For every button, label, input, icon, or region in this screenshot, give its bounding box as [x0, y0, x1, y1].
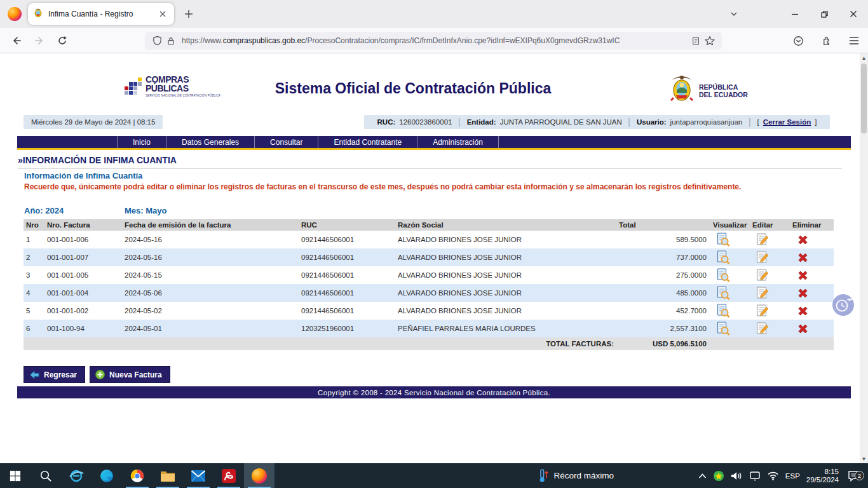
ecuador-coat-of-arms-icon: [668, 74, 696, 107]
acrobat-button[interactable]: [214, 463, 244, 488]
hamburger-menu-icon[interactable]: [844, 30, 864, 51]
scroll-up-icon[interactable]: ▲: [860, 53, 868, 62]
eliminar-button[interactable]: [795, 303, 810, 318]
reload-button[interactable]: [52, 30, 72, 51]
firefox-app-button[interactable]: [4, 3, 25, 25]
editar-button[interactable]: [755, 268, 770, 283]
document-magnifier-icon: [716, 304, 730, 318]
minimize-button[interactable]: [780, 1, 810, 27]
nav-item-administracion[interactable]: Administración: [417, 136, 499, 148]
nueva-factura-button[interactable]: Nueva Factura: [90, 366, 170, 383]
total-value: USD 5,096.5100: [616, 340, 710, 348]
thermometer-icon: [538, 469, 548, 483]
floating-clock-widget[interactable]: [831, 293, 855, 317]
visualizar-button[interactable]: [715, 250, 731, 265]
scroll-down-icon[interactable]: ▼: [860, 454, 868, 463]
visualizar-button[interactable]: [715, 268, 731, 283]
url-bar[interactable]: https://www.compraspublicas.gob.ec/Proce…: [145, 32, 722, 50]
eliminar-button[interactable]: [795, 285, 810, 301]
nav-item-consultar[interactable]: Consultar: [255, 136, 318, 148]
reader-view-icon[interactable]: [689, 34, 703, 48]
browser-tab[interactable]: Infima Cuantía - Registro: [28, 3, 174, 25]
nav-item-entidad-contratante[interactable]: Entidad Contratante: [318, 136, 417, 148]
editar-button[interactable]: [755, 303, 770, 318]
chrome-button[interactable]: [122, 463, 153, 488]
eliminar-button[interactable]: [795, 321, 810, 336]
language-indicator[interactable]: ESP: [785, 472, 800, 480]
invoice-row: 6001-100-942024-05-011203251960001PEÑAFI…: [24, 320, 834, 337]
ruc-value: 1260023860001: [399, 118, 452, 126]
restore-button[interactable]: [810, 1, 839, 27]
tracking-shield-icon[interactable]: [150, 34, 164, 48]
warning-text: Recuerde que, únicamente podrá editar o …: [24, 182, 787, 192]
visualizar-button[interactable]: [715, 285, 731, 301]
editar-button[interactable]: [755, 232, 770, 247]
cell-ruc: 0921446506001: [299, 289, 395, 297]
eliminar-button[interactable]: [795, 268, 810, 283]
antivirus-icon[interactable]: [713, 470, 724, 482]
document-pencil-icon: [756, 233, 770, 247]
invoice-row: 5001-001-0022024-05-020921446506001ALVAR…: [24, 302, 834, 320]
cell-fecha: 2024-05-16: [122, 236, 299, 243]
cell-fecha: 2024-05-01: [122, 325, 299, 332]
red-x-icon: [797, 234, 809, 246]
taskbar-clock[interactable]: 8:15 29/5/2024: [806, 468, 839, 484]
tab-title: Infima Cuantía - Registro: [48, 10, 156, 18]
forward-button[interactable]: [29, 30, 50, 51]
logo-pixel-icon: [124, 78, 143, 97]
pocket-icon[interactable]: [788, 30, 808, 51]
volume-icon[interactable]: [731, 471, 743, 481]
tab-close-icon[interactable]: [156, 8, 169, 20]
eliminar-button[interactable]: [795, 250, 810, 265]
weather-widget[interactable]: Récord máximo: [538, 463, 614, 488]
nav-menu: InicioDatos GeneralesConsultarEntidad Co…: [17, 136, 851, 150]
logout-link[interactable]: Cerrar Sesión: [763, 118, 811, 126]
extensions-puzzle-icon[interactable]: [816, 30, 836, 51]
wifi-icon[interactable]: [767, 471, 779, 480]
section-heading: Información de Infima Cuantía: [24, 171, 142, 180]
nav-item-inicio[interactable]: Inicio: [118, 136, 166, 148]
lock-icon[interactable]: [164, 34, 178, 48]
tray-expand-chevron-icon[interactable]: [698, 473, 707, 479]
bookmark-star-icon[interactable]: [703, 34, 717, 48]
firefox-button[interactable]: [244, 463, 275, 488]
cell-fecha: 2024-05-06: [122, 289, 299, 297]
cast-display-icon[interactable]: [749, 471, 761, 481]
page-viewport: COMPRAS PÚBLICAS SERVICIO NACIONAL DE CO…: [0, 53, 868, 463]
close-window-button[interactable]: [839, 1, 868, 27]
tab-list-chevron-icon[interactable]: [723, 3, 745, 25]
cell-total: 275.0000: [616, 271, 710, 279]
visualizar-button[interactable]: [715, 321, 731, 336]
column-header: Nro: [24, 221, 44, 229]
cell-factura: 001-001-007: [44, 254, 122, 261]
edge-button[interactable]: [92, 463, 122, 488]
page-scrollbar[interactable]: ▲ ▼: [860, 53, 868, 463]
document-pencil-icon: [756, 304, 770, 318]
taskbar-search-button[interactable]: [31, 463, 61, 488]
mail-button[interactable]: [183, 463, 214, 488]
document-pencil-icon: [756, 322, 770, 336]
file-explorer-button[interactable]: [153, 463, 183, 488]
back-button[interactable]: [6, 30, 27, 51]
editar-button[interactable]: [755, 321, 770, 336]
document-magnifier-icon: [716, 286, 730, 301]
cell-ruc: 0921446506001: [299, 236, 395, 243]
eliminar-button[interactable]: [795, 232, 810, 247]
internet-explorer-button[interactable]: [61, 463, 92, 488]
new-tab-button[interactable]: [179, 4, 198, 24]
cell-razon: ALVARADO BRIONES JOSE JUNIOR: [395, 236, 616, 243]
column-header: Eliminar: [790, 221, 834, 229]
start-button[interactable]: [0, 463, 31, 488]
editar-button[interactable]: [755, 250, 770, 265]
regresar-button[interactable]: Regresar: [24, 366, 85, 383]
taskbar: Récord máximo ESP 8:15 29/5/2024 2: [0, 463, 868, 488]
visualizar-button[interactable]: [715, 232, 731, 247]
document-magnifier-icon: [716, 233, 730, 247]
notification-button[interactable]: 2: [845, 470, 863, 482]
editar-button[interactable]: [755, 285, 770, 301]
visualizar-button[interactable]: [715, 303, 731, 318]
scrollbar-thumb[interactable]: [861, 64, 867, 133]
entity-value: JUNTA PARROQUIAL DE SAN JUAN: [500, 118, 622, 126]
nav-item-datos-generales[interactable]: Datos Generales: [166, 136, 255, 148]
table-header-row: NroNro. FacturaFecha de emisión de la fa…: [24, 219, 834, 231]
